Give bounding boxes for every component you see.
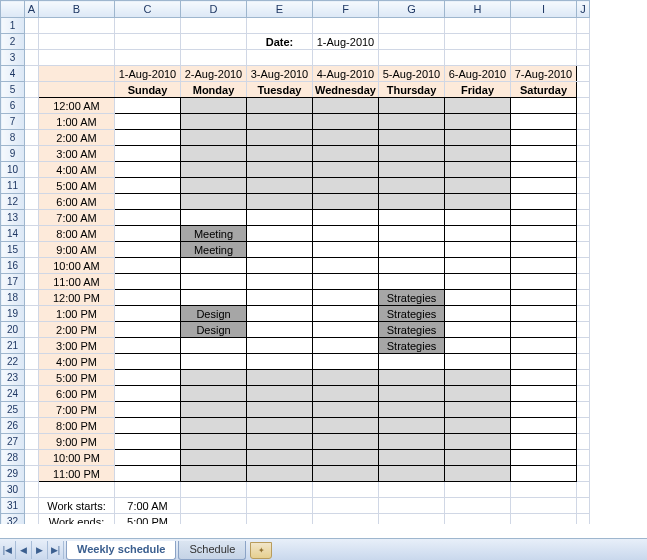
- cell-G2[interactable]: [379, 34, 445, 50]
- cell-E5[interactable]: Tuesday: [247, 82, 313, 98]
- cell-J18[interactable]: [577, 290, 590, 306]
- cell-C8[interactable]: [115, 130, 181, 146]
- cell-C10[interactable]: [115, 162, 181, 178]
- cell-H14[interactable]: [445, 226, 511, 242]
- cell-G4[interactable]: 5-Aug-2010: [379, 66, 445, 82]
- cell-B20[interactable]: 2:00 PM: [39, 322, 115, 338]
- cell-A2[interactable]: [25, 34, 39, 50]
- cell-A21[interactable]: [25, 338, 39, 354]
- cell-D17[interactable]: [181, 274, 247, 290]
- cell-G8[interactable]: [379, 130, 445, 146]
- cell-B7[interactable]: 1:00 AM: [39, 114, 115, 130]
- cell-G7[interactable]: [379, 114, 445, 130]
- cell-H31[interactable]: [445, 498, 511, 514]
- cell-G22[interactable]: [379, 354, 445, 370]
- cell-C9[interactable]: [115, 146, 181, 162]
- cell-J20[interactable]: [577, 322, 590, 338]
- col-J[interactable]: J: [577, 1, 590, 18]
- cell-H30[interactable]: [445, 482, 511, 498]
- row-12[interactable]: 12: [1, 194, 25, 210]
- cell-C5[interactable]: Sunday: [115, 82, 181, 98]
- cell-J5[interactable]: [577, 82, 590, 98]
- cell-G10[interactable]: [379, 162, 445, 178]
- col-H[interactable]: H: [445, 1, 511, 18]
- cell-I25[interactable]: [511, 402, 577, 418]
- tab-weekly-schedule[interactable]: Weekly schedule: [66, 541, 176, 560]
- cell-B19[interactable]: 1:00 PM: [39, 306, 115, 322]
- row-25[interactable]: 25: [1, 402, 25, 418]
- cell-G20[interactable]: Strategies: [379, 322, 445, 338]
- row-27[interactable]: 27: [1, 434, 25, 450]
- cell-I3[interactable]: [511, 50, 577, 66]
- cell-B10[interactable]: 4:00 AM: [39, 162, 115, 178]
- cell-D30[interactable]: [181, 482, 247, 498]
- cell-J8[interactable]: [577, 130, 590, 146]
- row-9[interactable]: 9: [1, 146, 25, 162]
- cell-F32[interactable]: [313, 514, 379, 525]
- select-all-corner[interactable]: [1, 1, 25, 18]
- cell-H2[interactable]: [445, 34, 511, 50]
- cell-G1[interactable]: [379, 18, 445, 34]
- tab-nav-first[interactable]: |◀: [0, 541, 16, 559]
- cell-H17[interactable]: [445, 274, 511, 290]
- row-4[interactable]: 4: [1, 66, 25, 82]
- row-22[interactable]: 22: [1, 354, 25, 370]
- cell-D10[interactable]: [181, 162, 247, 178]
- row-2[interactable]: 2: [1, 34, 25, 50]
- cell-A18[interactable]: [25, 290, 39, 306]
- cell-D2[interactable]: [181, 34, 247, 50]
- cell-H29[interactable]: [445, 466, 511, 482]
- cell-E11[interactable]: [247, 178, 313, 194]
- cell-D23[interactable]: [181, 370, 247, 386]
- cell-H5[interactable]: Friday: [445, 82, 511, 98]
- cell-H13[interactable]: [445, 210, 511, 226]
- cell-H15[interactable]: [445, 242, 511, 258]
- cell-A20[interactable]: [25, 322, 39, 338]
- cell-I5[interactable]: Saturday: [511, 82, 577, 98]
- cell-B18[interactable]: 12:00 PM: [39, 290, 115, 306]
- col-B[interactable]: B: [39, 1, 115, 18]
- cell-E32[interactable]: [247, 514, 313, 525]
- cell-D8[interactable]: [181, 130, 247, 146]
- cell-D28[interactable]: [181, 450, 247, 466]
- cell-I1[interactable]: [511, 18, 577, 34]
- cell-B17[interactable]: 11:00 AM: [39, 274, 115, 290]
- cell-F27[interactable]: [313, 434, 379, 450]
- cell-C6[interactable]: [115, 98, 181, 114]
- row-31[interactable]: 31: [1, 498, 25, 514]
- cell-B3[interactable]: [39, 50, 115, 66]
- cell-G18[interactable]: Strategies: [379, 290, 445, 306]
- cell-A9[interactable]: [25, 146, 39, 162]
- cell-D15[interactable]: Meeting: [181, 242, 247, 258]
- cell-F15[interactable]: [313, 242, 379, 258]
- cell-I24[interactable]: [511, 386, 577, 402]
- row-16[interactable]: 16: [1, 258, 25, 274]
- cell-J2[interactable]: [577, 34, 590, 50]
- cell-H26[interactable]: [445, 418, 511, 434]
- cell-B24[interactable]: 6:00 PM: [39, 386, 115, 402]
- cell-I17[interactable]: [511, 274, 577, 290]
- cell-F26[interactable]: [313, 418, 379, 434]
- cell-E2[interactable]: Date:: [247, 34, 313, 50]
- col-I[interactable]: I: [511, 1, 577, 18]
- row-8[interactable]: 8: [1, 130, 25, 146]
- cell-J3[interactable]: [577, 50, 590, 66]
- cell-B12[interactable]: 6:00 AM: [39, 194, 115, 210]
- cell-I4[interactable]: 7-Aug-2010: [511, 66, 577, 82]
- cell-C15[interactable]: [115, 242, 181, 258]
- cell-E22[interactable]: [247, 354, 313, 370]
- cell-F10[interactable]: [313, 162, 379, 178]
- cell-E12[interactable]: [247, 194, 313, 210]
- row-30[interactable]: 30: [1, 482, 25, 498]
- cell-B22[interactable]: 4:00 PM: [39, 354, 115, 370]
- cell-G24[interactable]: [379, 386, 445, 402]
- row-7[interactable]: 7: [1, 114, 25, 130]
- cell-H28[interactable]: [445, 450, 511, 466]
- cell-E26[interactable]: [247, 418, 313, 434]
- cell-G23[interactable]: [379, 370, 445, 386]
- cell-F2[interactable]: 1-Aug-2010: [313, 34, 379, 50]
- cell-H8[interactable]: [445, 130, 511, 146]
- cell-F3[interactable]: [313, 50, 379, 66]
- row-5[interactable]: 5: [1, 82, 25, 98]
- cell-D19[interactable]: Design: [181, 306, 247, 322]
